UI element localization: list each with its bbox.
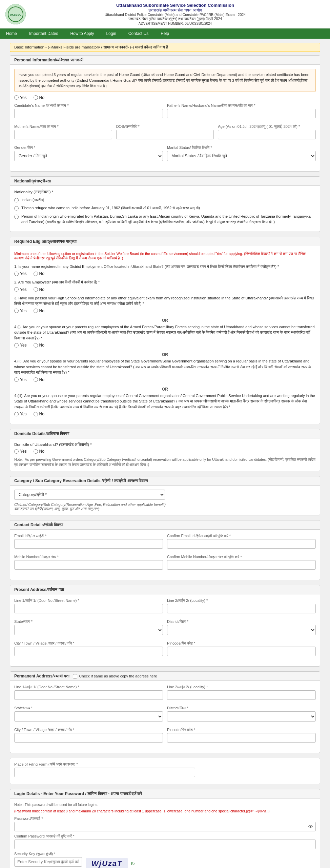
- elig-q3-no[interactable]: No: [34, 309, 44, 313]
- domicile-yes[interactable]: Yes: [14, 449, 27, 454]
- elig-q4iii-yes-radio[interactable]: [14, 412, 19, 416]
- dob-input[interactable]: [116, 130, 214, 139]
- elig-q4ii-no-radio[interactable]: [34, 377, 38, 382]
- same-address-checkbox[interactable]: [73, 674, 77, 678]
- home-guard-yes[interactable]: Yes: [14, 95, 27, 100]
- confirm-password-input[interactable]: [14, 840, 316, 849]
- nav-help[interactable]: Help: [154, 28, 175, 39]
- perm-city-label: City / Town / Village /शहर / कस्बा / गाँ…: [14, 728, 163, 732]
- confirm-mobile-input[interactable]: [167, 560, 316, 570]
- elig-q3-yes-radio[interactable]: [14, 309, 19, 313]
- email-input[interactable]: [14, 539, 163, 549]
- mobile-group: Mobile Number/मोबाइल नंबर *: [14, 555, 163, 570]
- elig-q4ii-yes[interactable]: Yes: [14, 377, 27, 382]
- nav-how-to-apply[interactable]: How to Apply: [64, 28, 100, 39]
- marital-group: Marital Status/ वैवाहिक स्थिति * Marital…: [167, 145, 316, 161]
- category-title: Category / Sub Category Reservation Deta…: [10, 476, 320, 486]
- candidate-name-input[interactable]: [14, 109, 163, 118]
- gender-group: Gender/लिंग * Gender / लिंग चुनें: [14, 145, 163, 161]
- elig-q4iii-no-radio[interactable]: [34, 412, 38, 416]
- age-input[interactable]: [218, 130, 316, 139]
- category-body: Category/श्रेणी * Claimed Category/Sub C…: [10, 486, 320, 515]
- email-row: Email Id/ईमेल आईडी * Confirm Email Id /ई…: [14, 534, 316, 551]
- mother-name-input[interactable]: [14, 130, 112, 139]
- password-input[interactable]: [14, 822, 316, 831]
- elig-q4ii-no[interactable]: No: [34, 377, 44, 382]
- domicile-no[interactable]: No: [34, 449, 44, 454]
- nav-login[interactable]: Login: [100, 28, 122, 39]
- elig-q1-yes[interactable]: Yes: [14, 271, 27, 276]
- nav-important-dates[interactable]: Important Dates: [23, 28, 64, 39]
- present-line2-input[interactable]: [167, 604, 316, 613]
- home-guard-no[interactable]: No: [34, 95, 44, 100]
- elig-q4i-yes[interactable]: Yes: [14, 343, 27, 348]
- home-guard-no-radio[interactable]: [34, 95, 38, 100]
- confirm-email-input[interactable]: [167, 539, 316, 549]
- marital-select[interactable]: Marital Status / वैवाहिक स्थिति चुनें: [167, 151, 316, 161]
- place-of-filing-body: Place of Filing Form (फॉर्म भरने का स्था…: [10, 758, 320, 784]
- perm-district-select[interactable]: [167, 711, 316, 722]
- domicile-yes-radio[interactable]: [14, 449, 19, 454]
- present-pincode-label: Pincode/पिन कोड *: [167, 641, 316, 646]
- present-district-select[interactable]: [167, 625, 316, 635]
- category-select[interactable]: Category/श्रेणी *: [14, 490, 165, 500]
- security-key-label: Security Key (सुरक्षा कुंजी) *: [14, 852, 82, 856]
- home-guard-yes-radio[interactable]: [14, 95, 19, 100]
- confirm-email-label: Confirm Email Id /ईमेल आईडी की पुष्टि कर…: [167, 534, 316, 538]
- place-of-filing-input[interactable]: [14, 768, 195, 777]
- elig-q4i-no[interactable]: No: [34, 343, 44, 348]
- nav-contact-us[interactable]: Contact Us: [122, 28, 154, 39]
- perm-pincode-input[interactable]: [167, 733, 316, 743]
- nav-home[interactable]: Home: [0, 28, 23, 39]
- present-pincode-input[interactable]: [167, 647, 316, 656]
- nationality-tibetan-radio[interactable]: [14, 206, 19, 211]
- father-name-input[interactable]: [167, 109, 316, 118]
- nationality-title: Nationality/राष्ट्रीयता: [10, 177, 320, 186]
- gender-select[interactable]: Gender / लिंग चुनें: [14, 151, 163, 161]
- domicile-body: Domicile of Uttarakhand? (उत्तराखंड अधिव…: [10, 438, 320, 471]
- elig-q3-yes[interactable]: Yes: [14, 309, 27, 313]
- elig-q3-text: 3. Have you passed your High School and …: [14, 295, 316, 307]
- elig-q3-no-radio[interactable]: [34, 309, 38, 313]
- present-address-section: Present Address/वर्तमान पता Line 1/लाईन …: [10, 585, 320, 667]
- security-key-input[interactable]: [14, 857, 82, 867]
- elig-q4iii-no[interactable]: No: [34, 412, 44, 416]
- elig-q1-no[interactable]: No: [34, 271, 44, 276]
- perm-state-select[interactable]: [14, 711, 163, 722]
- present-line1-input[interactable]: [14, 604, 163, 613]
- password-eye-icon[interactable]: 👁: [308, 824, 313, 829]
- elig-q4i-text: 4.(i). Are you or your spouse or your pa…: [14, 324, 316, 341]
- perm-state-dist-row: State/राज्य * District/जिला *: [14, 706, 316, 724]
- elig-q2-no[interactable]: No: [34, 287, 44, 292]
- elig-q1-no-radio[interactable]: [34, 272, 38, 276]
- present-state-select[interactable]: [14, 625, 163, 635]
- nationality-other-radio[interactable]: [14, 215, 19, 219]
- elig-q2-yes-radio[interactable]: [14, 287, 19, 292]
- domicile-no-radio[interactable]: [34, 449, 38, 454]
- perm-city-input[interactable]: [14, 733, 163, 743]
- contact-section: Contact Details/संपर्क विवरण Email Id/ईम…: [10, 520, 320, 580]
- category-group: Category/श्रेणी *: [14, 490, 316, 500]
- security-code-display: WjUzaT ↻: [86, 858, 135, 868]
- elig-q2-text: 2. Are You Employed? (क्या आप किसी नौकरी…: [14, 279, 316, 285]
- elig-q4i-yes-radio[interactable]: [14, 343, 19, 348]
- perm-line2-group: Line 2/लाईन 2/ (Locality) *: [167, 685, 316, 700]
- same-address-checkbox-label[interactable]: Check If same as above copy the address …: [73, 674, 157, 678]
- present-city-input[interactable]: [14, 647, 163, 656]
- elig-q4iii-yes[interactable]: Yes: [14, 412, 27, 416]
- candidate-name-group: Candidate's Name /अभ्यर्थी का नाम *: [14, 103, 163, 118]
- father-name-label: Father's Name/Husband's Name/पिता का नाम…: [167, 103, 316, 108]
- elig-q4i-no-radio[interactable]: [34, 343, 38, 348]
- refresh-security-icon[interactable]: ↻: [130, 861, 135, 867]
- perm-line2-input[interactable]: [167, 690, 316, 700]
- present-line-row: Line 1/लाईन 1/ (Door No./Street Name) * …: [14, 598, 316, 616]
- elig-q2-yes[interactable]: Yes: [14, 287, 27, 292]
- elig-q1-yes-radio[interactable]: [14, 272, 19, 276]
- nationality-indian-radio[interactable]: [14, 198, 19, 202]
- mobile-input[interactable]: [14, 560, 163, 570]
- perm-line-row: Line 1/लाईन 1/ (Door No./Street Name) * …: [14, 685, 316, 703]
- perm-line1-input[interactable]: [14, 690, 163, 700]
- elig-q2-no-radio[interactable]: [34, 287, 38, 292]
- place-of-filing-section: Place of Filing Form (फॉर्म भरने का स्था…: [10, 758, 320, 784]
- elig-q4ii-yes-radio[interactable]: [14, 377, 19, 382]
